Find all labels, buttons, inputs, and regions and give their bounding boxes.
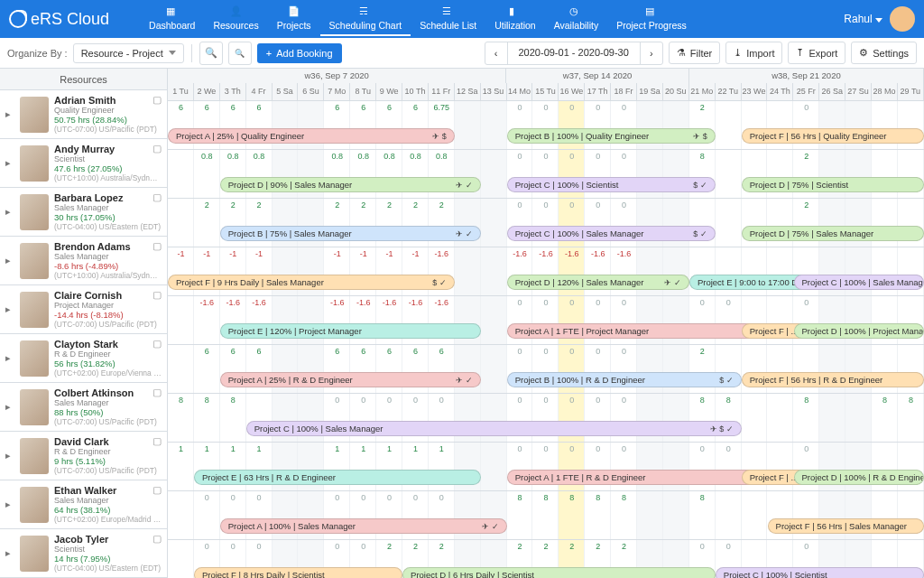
- availability-value: 0: [246, 542, 273, 551]
- booking-bar[interactable]: Project F | 56 Hrs | Sales Manager: [768, 518, 924, 534]
- nav-availability[interactable]: ◷Availability: [545, 2, 607, 36]
- booking-bar[interactable]: Project B | 100% | R & D Engineer$ ✓: [507, 372, 742, 387]
- booking-label: Project D | 90% | Sales Manager: [228, 180, 352, 190]
- booking-bar[interactable]: Project F | 56 Hrs | R & D Engineer: [742, 372, 924, 387]
- expand-icon[interactable]: ▸: [5, 303, 14, 315]
- rss-icon[interactable]: ▢: [152, 435, 162, 447]
- nav-schedulelist[interactable]: ☰Schedule List: [411, 2, 485, 36]
- booking-bar[interactable]: Project A | 25% | Quality Engineer✈ $: [168, 128, 455, 144]
- availability-value: [481, 347, 507, 356]
- expand-icon[interactable]: ▸: [5, 499, 14, 510]
- gear-icon: ⚙: [859, 47, 868, 59]
- resource-row[interactable]: ▸Barbara LopezSales Manager30 hrs (17.05…: [0, 188, 167, 237]
- availability-value: -1: [246, 249, 273, 258]
- booking-bar[interactable]: Project F | 8 Hrs Daily | Scientist: [194, 567, 402, 578]
- add-booking-button[interactable]: +Add Booking: [257, 43, 342, 63]
- rss-icon[interactable]: ▢: [152, 533, 162, 545]
- booking-bar[interactable]: Project D | 90% | Sales Manager✈ ✓: [220, 177, 481, 192]
- zoom-out-button[interactable]: 🔍: [228, 42, 252, 65]
- nav-resources[interactable]: 👤Resources: [204, 2, 267, 36]
- resource-row[interactable]: ▸Adrian SmithQuality Engineer50.75 hrs (…: [0, 90, 167, 139]
- availability-value: [767, 493, 793, 502]
- booking-bar[interactable]: Project A | 100% | Sales Manager✈ ✓: [220, 518, 507, 534]
- import-button[interactable]: ⤓Import: [725, 42, 782, 64]
- availability-value: 0: [532, 444, 559, 453]
- booking-bar[interactable]: Project E | 120% | Project Manager: [220, 323, 481, 339]
- booking-bar[interactable]: Project D | 75% | Scientist: [742, 177, 924, 192]
- export-button[interactable]: ⤒Export: [788, 42, 845, 64]
- booking-bar[interactable]: Project E | 63 Hrs | R & D Engineer: [194, 470, 481, 485]
- nav-utilization[interactable]: ▮Utilization: [485, 2, 545, 36]
- resource-timezone: (UTC+10:00) Australia/Sydney (AEST): [54, 272, 162, 281]
- nav-scheduling[interactable]: ☴Scheduling Chart: [320, 2, 411, 36]
- availability-value: 0: [402, 493, 429, 502]
- nav-projects[interactable]: 📄Projects: [268, 2, 320, 36]
- booking-bar[interactable]: Project D | 75% | Sales Manager: [742, 226, 924, 241]
- resource-row[interactable]: ▸Clayton StarkR & D Engineer56 hrs (31.8…: [0, 334, 167, 383]
- filter-button[interactable]: ⚗Filter: [669, 42, 720, 64]
- booking-label: Project F | 9 Hrs Daily | Sales Manager: [176, 277, 324, 287]
- expand-icon[interactable]: ▸: [5, 206, 14, 218]
- availability-value: 0.8: [402, 152, 429, 161]
- availability-value: [793, 249, 819, 258]
- booking-bar[interactable]: Project C | 100% | Sales Manager$ ✓: [507, 226, 716, 241]
- rss-icon[interactable]: ▢: [152, 484, 162, 496]
- rss-icon[interactable]: ▢: [152, 191, 162, 203]
- booking-bar[interactable]: Project F | 9 Hrs Daily | Sales Manager$…: [168, 275, 455, 290]
- expand-icon[interactable]: ▸: [5, 401, 14, 413]
- nav-dashboard[interactable]: ▦Dashboard: [140, 2, 204, 36]
- expand-icon[interactable]: ▸: [5, 157, 14, 169]
- expand-icon[interactable]: ▸: [5, 352, 14, 364]
- user-menu[interactable]: Rahul: [844, 6, 915, 32]
- expand-icon[interactable]: ▸: [5, 108, 14, 120]
- booking-bar[interactable]: Project B | 75% | Sales Manager✈ ✓: [220, 226, 481, 241]
- booking-bar[interactable]: Project D | 120% | Sales Manager✈ ✓: [507, 275, 689, 290]
- resource-row[interactable]: ▸Ethan WalkerSales Manager64 hrs (38.1%)…: [0, 480, 167, 529]
- booking-bar[interactable]: Project A | 1 FTE | Project Manager✈ ✓: [507, 323, 768, 339]
- booking-bar[interactable]: Project A | 1 FTE | R & D Engineer✈ ✓: [507, 470, 768, 485]
- resource-row[interactable]: ▸Andy MurrayScientist47.6 hrs (27.05%)(U…: [0, 139, 167, 188]
- resource-row[interactable]: ▸Claire CornishProject Manager-14.4 hrs …: [0, 285, 167, 334]
- settings-button[interactable]: ⚙Settings: [851, 42, 917, 64]
- resource-row[interactable]: ▸Brendon AdamsSales Manager-8.6 hrs (-4.…: [0, 237, 167, 285]
- booking-bar[interactable]: Project D | 6 Hrs Daily | Scientist: [402, 567, 716, 578]
- availability-value: 1: [246, 444, 273, 453]
- availability-value: 0: [402, 396, 429, 405]
- booking-bar[interactable]: Project A | 25% | R & D Engineer✈ ✓: [220, 372, 481, 387]
- booking-bar[interactable]: Project C | 100% | Sales Manager: [794, 275, 924, 290]
- rss-icon[interactable]: ▢: [152, 387, 162, 398]
- booking-bar[interactable]: Project D | 100% | R & D Engineer: [794, 470, 924, 485]
- resource-row[interactable]: ▸David ClarkR & D Engineer9 hrs (5.11%)(…: [0, 432, 167, 480]
- resource-row[interactable]: ▸Colbert AtkinsonSales Manager88 hrs (50…: [0, 383, 167, 432]
- booking-bar[interactable]: Project C | 100% | Scientist: [716, 567, 924, 578]
- day-header: 24 Th: [767, 83, 793, 100]
- expand-icon[interactable]: ▸: [5, 255, 14, 266]
- expand-icon[interactable]: ▸: [5, 547, 14, 559]
- booking-bar[interactable]: Project C | 100% | Sales Manager✈ $ ✓: [246, 421, 742, 436]
- nav-progress[interactable]: ▤Project Progress: [607, 2, 696, 36]
- availability-value: 0: [220, 493, 246, 502]
- rss-icon[interactable]: ▢: [152, 94, 162, 106]
- booking-bar[interactable]: Project D | 100% | Project Manager: [794, 323, 924, 339]
- expand-icon[interactable]: ▸: [5, 450, 14, 461]
- booking-bar[interactable]: Project F | 56 Hrs | Quality Engineer: [742, 128, 924, 144]
- rss-icon[interactable]: ▢: [152, 289, 162, 301]
- date-prev-button[interactable]: ‹: [485, 42, 508, 65]
- availability-value: 0: [532, 347, 559, 356]
- rss-icon[interactable]: ▢: [152, 240, 162, 252]
- availability-value: -1.6: [585, 249, 611, 258]
- availability-value: 2: [507, 542, 533, 551]
- organize-by-select[interactable]: Resource - Project: [73, 43, 184, 63]
- availability-value: 0: [585, 200, 611, 210]
- zoom-in-button[interactable]: 🔍: [199, 42, 223, 65]
- rss-icon[interactable]: ▢: [152, 143, 162, 154]
- booking-bar[interactable]: Project C | 100% | Scientist$ ✓: [507, 177, 716, 192]
- rss-icon[interactable]: ▢: [152, 338, 162, 350]
- booking-bar[interactable]: Project B | 100% | Quality Engineer✈ $: [507, 128, 716, 144]
- date-next-button[interactable]: ›: [640, 42, 663, 65]
- date-range-display[interactable]: 2020-09-01 - 2020-09-30: [507, 42, 641, 65]
- resource-row[interactable]: ▸Jacob TylerScientist14 hrs (7.95%)(UTC-…: [0, 529, 167, 578]
- brand-logo[interactable]: eRS Cloud: [9, 10, 109, 29]
- booking-badges: ✈ $: [688, 132, 707, 141]
- availability-value: [455, 542, 481, 551]
